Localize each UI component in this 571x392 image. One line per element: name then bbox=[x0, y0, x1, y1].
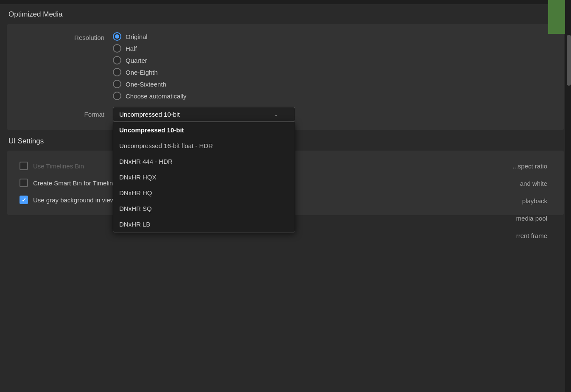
scrollbar-thumb[interactable] bbox=[567, 35, 571, 86]
radio-circle-one-eighth bbox=[113, 68, 121, 76]
format-dropdown-menu: Uncompressed 10-bit Uncompressed 16-bit … bbox=[113, 122, 295, 232]
radio-item-choose-auto[interactable]: Choose automatically bbox=[113, 92, 186, 100]
dropdown-item-dnxhr-444[interactable]: DNxHR 444 - HDR bbox=[113, 154, 295, 169]
scrollbar-track[interactable] bbox=[565, 0, 571, 392]
radio-circle-original bbox=[113, 32, 121, 41]
radio-item-quarter[interactable]: Quarter bbox=[113, 56, 186, 64]
ui-right-label-2: playback bbox=[512, 192, 547, 210]
radio-circle-one-sixteenth bbox=[113, 80, 121, 88]
checkbox-label-smart-bin: Create Smart Bin for Timelines bbox=[33, 179, 120, 187]
dropdown-item-dnxhr-hqx[interactable]: DNxHR HQX bbox=[113, 169, 295, 185]
checkbox-timelines-bin[interactable] bbox=[20, 162, 28, 170]
radio-circle-half bbox=[113, 44, 121, 53]
ui-right-label-1: and white bbox=[512, 175, 547, 192]
dropdown-item-uncomp-16bit[interactable]: Uncompressed 16-bit float - HDR bbox=[113, 138, 295, 154]
radio-label-choose-auto: Choose automatically bbox=[126, 92, 186, 100]
resolution-row: Resolution Original Half Quarter bbox=[20, 32, 551, 100]
resolution-radio-group: Original Half Quarter One-Eighth bbox=[113, 32, 186, 100]
ui-right-label-0: ...spect ratio bbox=[512, 157, 547, 175]
radio-label-half: Half bbox=[126, 45, 137, 52]
radio-label-original: Original bbox=[126, 33, 148, 40]
ui-right-label-3: media pool bbox=[512, 210, 547, 227]
dropdown-item-dnxhr-lb[interactable]: DNxHR LB bbox=[113, 216, 295, 232]
dropdown-item-uncomp-10bit[interactable]: Uncompressed 10-bit bbox=[113, 122, 295, 138]
format-selected-value: Uncompressed 10-bit bbox=[119, 111, 180, 118]
radio-item-one-eighth[interactable]: One-Eighth bbox=[113, 68, 186, 76]
section-title-optimized: Optimized Media bbox=[8, 10, 63, 18]
dropdown-item-dnxhr-sq[interactable]: DNxHR SQ bbox=[113, 201, 295, 216]
ui-right-labels: ...spect ratio and white playback media … bbox=[512, 151, 547, 244]
radio-circle-quarter bbox=[113, 56, 121, 64]
format-row: Format Uncompressed 10-bit ⌄ Uncompresse… bbox=[20, 107, 551, 122]
radio-label-one-eighth: One-Eighth bbox=[126, 69, 158, 76]
optimized-media-header: Optimized Media bbox=[0, 4, 571, 24]
thumbnail-strip bbox=[548, 0, 565, 34]
dropdown-arrow-icon: ⌄ bbox=[274, 112, 278, 118]
section-title-ui-settings: UI Settings bbox=[8, 137, 44, 145]
ui-right-label-4: rrent frame bbox=[512, 227, 547, 244]
radio-item-half[interactable]: Half bbox=[113, 44, 186, 53]
format-label: Format bbox=[20, 111, 113, 118]
main-container: Optimized Media Resolution Original Half bbox=[0, 0, 571, 392]
top-bar bbox=[0, 0, 571, 4]
radio-item-original[interactable]: Original bbox=[113, 32, 186, 41]
radio-circle-choose-auto bbox=[113, 92, 121, 100]
radio-item-one-sixteenth[interactable]: One-Sixteenth bbox=[113, 80, 186, 88]
checkbox-gray-background[interactable] bbox=[20, 196, 28, 204]
checkbox-label-timelines-bin: Use Timelines Bin bbox=[33, 162, 84, 170]
format-dropdown[interactable]: Uncompressed 10-bit ⌄ bbox=[113, 107, 295, 122]
resolution-label: Resolution bbox=[20, 32, 113, 41]
radio-label-quarter: Quarter bbox=[126, 57, 147, 64]
checkbox-smart-bin[interactable] bbox=[20, 179, 28, 187]
optimized-media-panel: Resolution Original Half Quarter bbox=[7, 24, 564, 130]
checkbox-label-gray-background: Use gray background in viewers bbox=[33, 196, 123, 204]
radio-label-one-sixteenth: One-Sixteenth bbox=[126, 81, 166, 88]
content-area: Optimized Media Resolution Original Half bbox=[0, 0, 571, 392]
dropdown-item-dnxhr-hq[interactable]: DNxHR HQ bbox=[113, 185, 295, 201]
